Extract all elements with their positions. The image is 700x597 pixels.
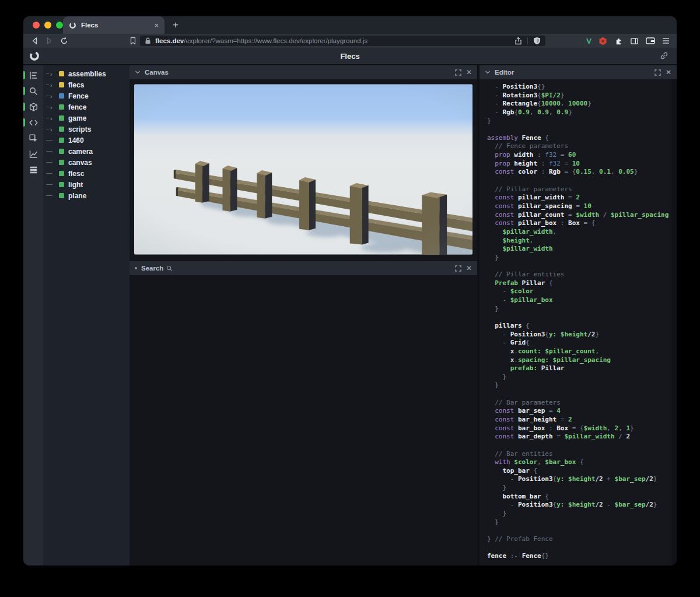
code-line[interactable]: // Pillar entities [487,271,668,279]
code-line[interactable]: $height, [487,237,668,245]
close-icon[interactable]: ✕ [466,265,472,272]
code-line[interactable]: x.count: $pillar_count, [487,347,668,356]
code-line[interactable]: const bar_sep = 4 [487,407,668,416]
code-line[interactable]: prop height : f32 = 10 [487,160,668,168]
code-line[interactable]: const bar_box : Box = {$width, 2, 1} [487,424,668,433]
code-line[interactable]: } [487,484,668,493]
code-line[interactable]: } [487,117,668,126]
code-line[interactable]: } [487,305,668,314]
code-line[interactable]: - Rotation3{$PI/2} [487,92,668,100]
code-line[interactable]: top_bar { [487,467,668,476]
search-panel-header[interactable]: Search ✕ [130,261,477,275]
code-line[interactable]: const pillar_spacing = 10 [487,202,668,211]
chevron-down-icon[interactable] [135,70,141,75]
reload-button[interactable] [60,36,69,45]
browser-tab[interactable]: Flecs × [63,16,164,34]
code-line[interactable]: // Fence parameters [487,142,668,151]
menu-button[interactable] [662,37,670,44]
zoom-window-button[interactable] [56,22,63,29]
vue-devtools-icon[interactable]: V [586,37,592,45]
code-line[interactable]: - Position3{y: $height/2 + $bar_sep/2} [487,475,668,484]
expand-arrow-icon[interactable]: › [46,71,59,77]
code-line[interactable]: with $color, $bar_box { [487,458,668,467]
code-line[interactable]: - Grid{ [487,339,668,347]
expand-arrow-icon[interactable]: › [46,104,59,110]
tree-item-scripts[interactable]: ›scripts [43,124,130,135]
code-line[interactable]: - Rectangle{10000, 10000} [487,100,668,108]
close-icon[interactable]: ✕ [666,69,671,76]
expand-arrow-icon[interactable]: › [46,127,59,132]
code-line[interactable]: - Rgb{0.9, 0.9, 0.9} [487,108,668,117]
rail-item-rows-icon[interactable] [23,162,43,178]
tree-item-plane[interactable]: plane [43,190,130,201]
tree-item-game[interactable]: ›game [43,113,130,124]
code-line[interactable]: // Bar entities [487,450,668,459]
tab-close-button[interactable]: × [154,22,159,29]
code-line[interactable]: prop width : f32 = 60 [487,151,668,160]
code-line[interactable]: } [487,254,668,262]
code-line[interactable]: - $color [487,287,668,296]
tree-item-camera[interactable]: camera [43,146,130,157]
tree-item-Fence[interactable]: ›Fence [43,90,130,101]
tree-item-assemblies[interactable]: ›assemblies [43,68,130,79]
code-line[interactable] [487,177,668,185]
canvas-panel-header[interactable]: Canvas ✕ [130,65,477,79]
code-line[interactable] [487,441,668,450]
code-line[interactable]: // Pillar parameters [487,185,668,194]
forward-button[interactable] [44,36,54,45]
tree-item-flecs[interactable]: ›flecs [43,79,130,90]
bookmark-icon[interactable] [128,36,138,45]
rail-item-hierarchy-icon[interactable] [23,68,43,83]
code-line[interactable]: x.spacing: $pillar_spacing [487,356,668,365]
expand-arrow-icon[interactable]: › [46,82,59,88]
tree-item-1460[interactable]: 1460 [43,135,130,146]
fullscreen-icon[interactable] [654,69,661,76]
share-link-icon[interactable] [660,51,668,60]
expand-arrow-icon[interactable]: › [46,93,59,99]
code-line[interactable]: Prefab Pillar { [487,279,668,288]
code-line[interactable]: const bar_height = 2 [487,416,668,424]
code-line[interactable] [487,526,668,535]
adblock-extension-icon[interactable] [598,37,607,45]
editor-panel-header[interactable]: Editor ✕ [480,65,677,79]
rail-item-code-icon[interactable] [23,115,43,131]
tree-item-canvas[interactable]: canvas [43,157,130,168]
rail-item-search-icon[interactable] [23,83,43,99]
panel-collapsed-dot-icon[interactable] [135,267,137,269]
close-window-button[interactable] [33,22,40,29]
code-line[interactable]: } // Prefab Fence [487,535,668,544]
fullscreen-icon[interactable] [455,69,461,76]
extensions-puzzle-icon[interactable] [614,37,623,45]
code-line[interactable]: fence :- Fence{} [487,552,668,561]
code-line[interactable]: $pillar_width [487,245,668,254]
back-button[interactable] [30,36,40,45]
fullscreen-icon[interactable] [455,265,461,272]
tree-item-flesc[interactable]: flesc [43,168,130,179]
wallet-icon[interactable] [646,37,655,45]
rail-item-cube-icon[interactable] [23,99,43,115]
code-line[interactable]: const color : Rgb = {0.15, 0.1, 0.05} [487,168,668,177]
code-line[interactable]: - Position3{} [487,83,668,92]
code-line[interactable] [487,313,668,322]
code-line[interactable]: const bar_depth = $pillar_width / 2 [487,433,668,441]
rail-item-chart-icon[interactable] [23,146,43,162]
code-line[interactable]: bottom_bar { [487,493,668,501]
rail-item-inspect-icon[interactable] [23,131,43,146]
code-line[interactable]: } [487,381,668,390]
code-line[interactable] [487,390,668,399]
code-line[interactable] [487,262,668,271]
shield-icon[interactable] [533,37,541,45]
code-line[interactable]: assembly Fence { [487,134,668,143]
code-editor[interactable]: - Position3{} - Rotation3{$PI/2} - Recta… [480,79,677,566]
code-line[interactable]: const pillar_count = $width / $pillar_sp… [487,211,668,220]
code-line[interactable]: } [487,373,668,382]
code-line[interactable] [487,544,668,553]
code-line[interactable]: - Position3{y: $height/2} [487,331,668,339]
code-line[interactable]: // Bar parameters [487,399,668,408]
code-line[interactable]: - Position3{y: $height/2 - $bar_sep/2} [487,501,668,510]
editor-scrollbar[interactable] [671,79,677,566]
new-tab-button[interactable]: + [169,19,182,31]
code-line[interactable]: const pillar_width = 2 [487,194,668,202]
expand-arrow-icon[interactable]: › [46,115,59,121]
minimize-window-button[interactable] [44,22,51,29]
